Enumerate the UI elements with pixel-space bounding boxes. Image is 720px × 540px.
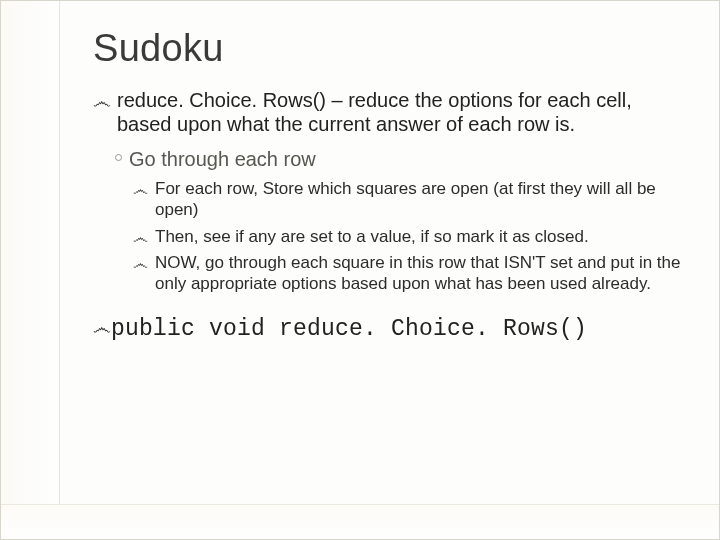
bullet-item-1: ෴ Then, see if any are set to a value, i… [133,227,683,248]
sub-text: Go through each row [129,148,316,170]
bullet-main: ෴ reduce. Choice. Rows() – reduce the op… [93,88,683,137]
bullet-sub: Go through each row [115,147,683,171]
bullet-icon: ෴ [133,228,148,248]
slide: Sudoku ෴ reduce. Choice. Rows() – reduce… [0,0,720,540]
bullet-item-2: ෴ NOW, go through each square in this ro… [133,253,683,294]
item-text: Then, see if any are set to a value, if … [155,227,589,246]
ring-icon [115,154,122,161]
lead-strong: reduce. Choice. Rows() [117,89,326,111]
bullet-icon: ෴ [133,180,148,200]
code-line: ෴public void reduce. Choice. Rows() [93,313,683,343]
item-text: NOW, go through each square in this row … [155,253,681,293]
code-text: public void reduce. Choice. Rows() [111,316,587,342]
bullet-icon: ෴ [93,90,111,113]
slide-title: Sudoku [93,27,683,70]
item-text: For each row, Store which squares are op… [155,179,656,219]
bullet-icon: ෴ [93,317,111,338]
slide-body: ෴ reduce. Choice. Rows() – reduce the op… [93,88,683,343]
bullet-icon: ෴ [133,254,148,274]
bullet-item-0: ෴ For each row, Store which squares are … [133,179,683,220]
